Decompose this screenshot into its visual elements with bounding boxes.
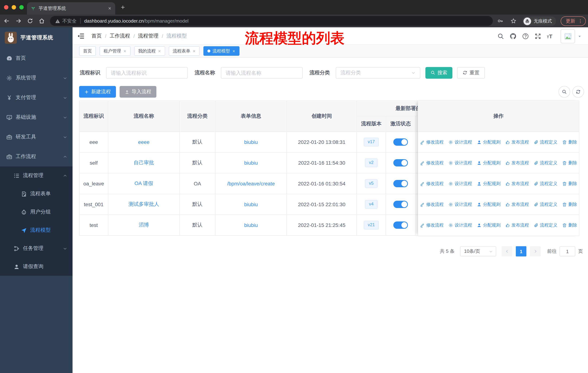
sidebar-item-process-form[interactable]: 流程表单 bbox=[0, 185, 73, 203]
active-toggle[interactable] bbox=[393, 222, 408, 229]
reset-button[interactable]: 重置 bbox=[457, 67, 485, 79]
close-window-button[interactable] bbox=[4, 5, 8, 10]
col-header-name[interactable]: 流程名称 bbox=[108, 101, 180, 132]
home-icon[interactable] bbox=[39, 18, 45, 24]
action-delete[interactable]: 删除 bbox=[562, 222, 577, 228]
form-link[interactable]: biubiu bbox=[244, 139, 258, 145]
tag-close-icon[interactable] bbox=[192, 49, 196, 53]
action-edit-process[interactable]: 修改流程 bbox=[420, 160, 444, 166]
action-design-process[interactable]: 设计流程 bbox=[448, 139, 472, 145]
action-process-definition[interactable]: 流程定义 bbox=[534, 201, 557, 207]
next-page-button[interactable] bbox=[530, 246, 541, 256]
action-design-process[interactable]: 设计流程 bbox=[448, 160, 472, 166]
col-header-status[interactable]: 激活状态 bbox=[386, 116, 416, 132]
action-process-definition[interactable]: 流程定义 bbox=[534, 222, 557, 228]
tag-my-process[interactable]: 我的流程 bbox=[134, 46, 165, 56]
tag-close-icon[interactable] bbox=[158, 49, 161, 53]
model-name-link[interactable]: 滔博 bbox=[139, 222, 149, 228]
action-edit-process[interactable]: 修改流程 bbox=[420, 201, 444, 207]
active-toggle[interactable] bbox=[393, 201, 408, 208]
breadcrumb-workflow[interactable]: 工作流程 bbox=[110, 33, 130, 39]
tag-process-form[interactable]: 流程表单 bbox=[169, 46, 200, 56]
search-button[interactable]: 搜索 bbox=[425, 67, 452, 79]
active-toggle[interactable] bbox=[393, 159, 408, 166]
avatar[interactable] bbox=[561, 29, 575, 43]
action-publish-process[interactable]: 发布流程 bbox=[505, 201, 529, 207]
active-toggle[interactable] bbox=[393, 180, 408, 187]
form-link[interactable]: biubiu bbox=[244, 160, 258, 166]
active-toggle[interactable] bbox=[393, 138, 408, 146]
search-icon[interactable] bbox=[497, 33, 504, 40]
form-link[interactable]: biubiu bbox=[244, 202, 258, 207]
address-bar[interactable]: 不安全 dashboard.yudao.iocoder.cn /bpm/mana… bbox=[50, 16, 493, 26]
avatar-caret-icon[interactable] bbox=[578, 35, 581, 38]
font-size-icon[interactable]: TT bbox=[547, 33, 552, 39]
action-edit-process[interactable]: 修改流程 bbox=[420, 139, 444, 145]
action-delete[interactable]: 删除 bbox=[562, 160, 577, 166]
create-process-button[interactable]: 新建流程 bbox=[79, 86, 116, 98]
sidebar-item-home[interactable]: 首页 bbox=[0, 49, 73, 68]
breadcrumb-process-mgmt[interactable]: 流程管理 bbox=[138, 33, 158, 39]
sidebar-item-process-mgmt[interactable]: 流程管理 bbox=[0, 166, 73, 185]
action-delete[interactable]: 删除 bbox=[562, 139, 577, 145]
app-logo[interactable]: 芋道管理系统 bbox=[0, 27, 73, 48]
security-label[interactable]: 不安全 bbox=[62, 18, 77, 24]
zoom-window-button[interactable] bbox=[19, 5, 24, 10]
sidebar-item-infra[interactable]: 基础设施 bbox=[0, 107, 73, 127]
sidebar-item-devtools[interactable]: 研发工具 bbox=[0, 127, 73, 147]
action-process-definition[interactable]: 流程定义 bbox=[534, 181, 557, 187]
new-tab-button[interactable] bbox=[120, 5, 126, 10]
col-header-version[interactable]: 流程版本 bbox=[357, 116, 386, 132]
page-number-current[interactable]: 1 bbox=[516, 246, 526, 256]
import-process-button[interactable]: 导入流程 bbox=[120, 86, 156, 98]
action-publish-process[interactable]: 发布流程 bbox=[505, 160, 529, 166]
action-delete[interactable]: 删除 bbox=[562, 201, 577, 207]
action-design-process[interactable]: 设计流程 bbox=[448, 181, 472, 187]
action-assign-rule[interactable]: 分配规则 bbox=[477, 201, 501, 207]
model-name-link[interactable]: OA 请假 bbox=[135, 180, 153, 187]
password-key-icon[interactable] bbox=[497, 18, 504, 24]
action-publish-process[interactable]: 发布流程 bbox=[505, 181, 529, 187]
form-link[interactable]: biubiu bbox=[244, 222, 258, 228]
action-assign-rule[interactable]: 分配规则 bbox=[477, 139, 501, 145]
action-delete[interactable]: 删除 bbox=[562, 181, 577, 187]
action-assign-rule[interactable]: 分配规则 bbox=[477, 222, 501, 228]
action-publish-process[interactable]: 发布流程 bbox=[505, 139, 529, 145]
form-link[interactable]: /bpm/oa/leave/create bbox=[227, 181, 275, 186]
page-size-select[interactable]: 10条/页 bbox=[460, 246, 496, 256]
prev-page-button[interactable] bbox=[502, 246, 512, 256]
sidebar-item-workflow[interactable]: 工作流程 bbox=[0, 147, 73, 166]
model-name-link[interactable]: eeee bbox=[138, 139, 149, 145]
action-assign-rule[interactable]: 分配规则 bbox=[477, 160, 501, 166]
col-header-category[interactable]: 流程分类 bbox=[180, 101, 215, 132]
sidebar-item-system[interactable]: 系统管理 bbox=[0, 68, 73, 88]
sidebar-item-user-group[interactable]: 用户分组 bbox=[0, 203, 73, 221]
sidebar-item-process-model[interactable]: 流程模型 bbox=[0, 221, 73, 239]
action-process-definition[interactable]: 流程定义 bbox=[534, 139, 557, 145]
model-name-link[interactable]: 测试多审批人 bbox=[128, 201, 159, 208]
process-name-input[interactable] bbox=[221, 67, 303, 79]
action-edit-process[interactable]: 修改流程 bbox=[420, 222, 444, 228]
goto-page-input[interactable] bbox=[560, 246, 575, 256]
col-header-form[interactable]: 表单信息 bbox=[215, 101, 287, 132]
browser-tab[interactable]: 芋道管理系统 bbox=[27, 2, 115, 15]
back-icon[interactable] bbox=[4, 18, 10, 24]
action-process-definition[interactable]: 流程定义 bbox=[534, 160, 557, 166]
model-name-link[interactable]: 自己审批 bbox=[134, 160, 154, 166]
update-browser-button[interactable]: 更新 bbox=[561, 16, 586, 26]
breadcrumb-home[interactable]: 首页 bbox=[92, 33, 102, 39]
tag-process-model-active[interactable]: 流程模型 bbox=[203, 46, 240, 56]
toggle-search-button[interactable] bbox=[558, 86, 570, 98]
action-design-process[interactable]: 设计流程 bbox=[448, 222, 472, 228]
forward-icon[interactable] bbox=[15, 18, 21, 24]
action-assign-rule[interactable]: 分配规则 bbox=[477, 181, 501, 187]
tag-home[interactable]: 首页 bbox=[79, 46, 96, 56]
tab-close-icon[interactable] bbox=[108, 7, 112, 10]
bookmark-star-icon[interactable] bbox=[510, 18, 516, 24]
minimize-window-button[interactable] bbox=[12, 5, 16, 10]
fullscreen-icon[interactable] bbox=[535, 33, 541, 40]
process-id-input[interactable] bbox=[106, 67, 188, 79]
col-header-id[interactable]: 流程标识 bbox=[79, 101, 108, 132]
help-icon[interactable] bbox=[522, 33, 529, 40]
category-select[interactable]: 流程分类 bbox=[336, 67, 420, 79]
